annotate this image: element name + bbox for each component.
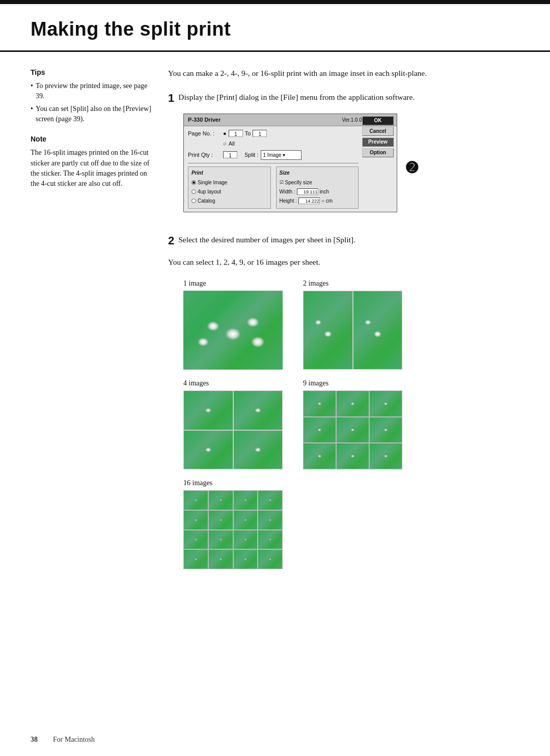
photo-cell [233, 390, 283, 430]
width-input[interactable]: 19.111 [297, 188, 318, 195]
step-1-number: 1 [168, 90, 174, 106]
photo-cell [336, 390, 369, 417]
dialog-title-left: P-330 Driver [188, 116, 221, 124]
photo-cell [233, 510, 258, 530]
dropdown-arrow-icon: ▾ [283, 151, 285, 159]
dialog-option-button[interactable]: Option [362, 148, 394, 157]
photo-cell [369, 417, 402, 443]
dialog-buttons-right: OK Cancel Preview Option [362, 116, 394, 157]
step-2-sub: You can select 1, 2, 4, 9, or 16 images … [168, 256, 519, 268]
photo-1image [183, 291, 283, 370]
print-section-title: Print [191, 169, 267, 177]
page-to-input[interactable]: 1 [253, 130, 267, 137]
photo-16images-grid [183, 490, 283, 569]
photo-cell [208, 530, 233, 550]
catalog-label: Catalog [198, 197, 215, 205]
image-grid: 1 image 2 images [183, 278, 519, 569]
photo-cell [233, 490, 258, 510]
split-label: Split : [244, 151, 259, 159]
photo-cell [208, 490, 233, 510]
dialog-wrapper: P-330 Driver Ver.1.0.0 OK Cancel Preview… [168, 114, 397, 222]
step-1: 1 Display the [Print] dialog in the [Fil… [168, 91, 519, 222]
tips-list: To preview the printed image, see page 3… [31, 81, 153, 124]
step-2-text: Select the desired number of images per … [178, 234, 355, 245]
radio-catalog: Catalog [191, 197, 267, 205]
photo-cell [208, 510, 233, 530]
photo-cell [258, 510, 283, 530]
photo-cell [336, 417, 369, 443]
photo-cell [183, 549, 208, 569]
page-container: Making the split print Tips To preview t… [0, 0, 550, 756]
photo-cell [233, 549, 258, 569]
image-item-2: 2 images [303, 278, 402, 370]
tip-1: To preview the printed image, see page 3… [31, 81, 153, 101]
height-label: Height : [280, 197, 297, 205]
image-label-16: 16 images [183, 478, 283, 488]
qty-input[interactable]: 1 [223, 151, 237, 158]
image-row-2: 4 images 9 images [183, 378, 519, 469]
image-row-1: 1 image 2 images [183, 278, 519, 370]
dialog-ok-button[interactable]: OK [362, 116, 394, 125]
dialog-box: P-330 Driver Ver.1.0.0 OK Cancel Preview… [183, 114, 397, 212]
dialog-separator [188, 163, 359, 163]
page-no-label: Page No. : [188, 129, 221, 138]
title-section: Making the split print [0, 4, 550, 52]
photo-cell [233, 530, 258, 550]
photo-cell [183, 430, 233, 470]
photo-cell [258, 530, 283, 550]
all-label: All [229, 139, 235, 148]
image-item-16: 16 images [183, 478, 283, 569]
height-input[interactable]: 14.222 [298, 198, 320, 204]
dialog-cancel-button[interactable]: Cancel [362, 127, 394, 136]
split-value: 1 Image [263, 151, 282, 159]
page-title: Making the split print [31, 18, 519, 40]
photo-4images-grid [183, 390, 283, 469]
radio-all: ○ [223, 139, 227, 148]
tips-title: Tips [31, 67, 153, 78]
note-text: The 16-split images printed on the 16-cu… [31, 148, 153, 189]
radio-catalog-icon[interactable] [191, 199, 196, 203]
size-section-title: Size [280, 169, 355, 177]
single-image-label: Single Image [198, 179, 227, 186]
image-row-3: 16 images [183, 478, 519, 569]
page-from-input[interactable]: 1 [229, 130, 243, 137]
photo-9images-grid [303, 390, 402, 469]
dialog-version: Ver.1.0.0 [342, 116, 362, 124]
to-label: To [245, 129, 251, 138]
photo-cell [336, 443, 369, 469]
radio-4up-icon[interactable] [191, 189, 196, 194]
image-label-1: 1 image [183, 278, 283, 289]
dialog-page-row: Page No. : ● 1 To 1 [188, 129, 359, 138]
step-2-header: 2 Select the desired number of images pe… [168, 234, 519, 249]
step-1-text: Display the [Print] dialog in the [File]… [178, 91, 415, 103]
width-row: Width : 19.111 inch [280, 188, 355, 195]
tip-2: You can set [Split] also on the [Preview… [31, 104, 153, 124]
size-section: Size ☑ Specify size Width : 19.111 inch [276, 166, 359, 209]
step-1-header: 1 Display the [Print] dialog in the [Fil… [168, 91, 519, 106]
radio-single-icon[interactable] [191, 180, 196, 185]
photo-9images [303, 390, 402, 469]
note-title: Note [31, 134, 153, 145]
dialog-preview-button[interactable]: Preview [362, 137, 394, 147]
photo-cell [369, 390, 402, 417]
photo-cell [183, 530, 208, 550]
photo-cell [258, 490, 283, 510]
image-item-4: 4 images [183, 378, 283, 469]
4up-label: 4up layout [198, 188, 221, 195]
image-item-9: 9 images [303, 378, 402, 469]
height-row: Height : 14.222 ○ cm [280, 197, 355, 205]
specify-size-label: Specify size [285, 179, 312, 186]
photo-cell [258, 549, 283, 569]
main-content: Tips To preview the printed image, see p… [0, 67, 550, 580]
image-label-4: 4 images [183, 378, 283, 388]
width-unit: inch [320, 188, 329, 195]
intro-text: You can make a 2-, 4-, 9-, or 16-split p… [168, 67, 519, 79]
photo-cell [303, 417, 336, 443]
checkbox-specify-icon: ☑ [280, 179, 284, 186]
top-bar [0, 0, 550, 4]
radio-page: ● [223, 129, 227, 138]
split-dropdown[interactable]: 1 Image ▾ [261, 150, 301, 160]
dialog-arrow-icon: ➋ [406, 157, 418, 179]
photo-2images [303, 291, 402, 370]
photo-cell [183, 390, 233, 430]
